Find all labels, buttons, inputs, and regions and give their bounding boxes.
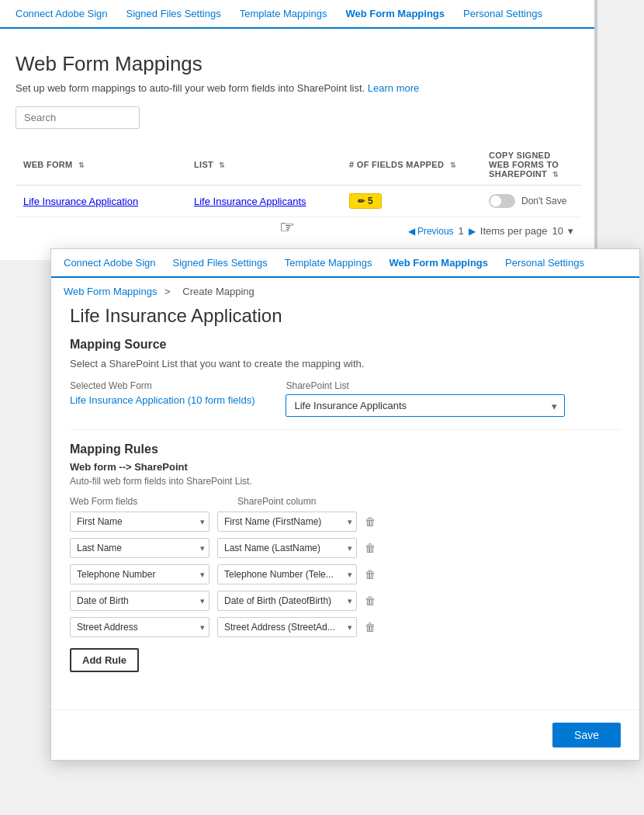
webform-field-select-5[interactable]: Street Address: [70, 617, 209, 637]
mapping-rules-title: Mapping Rules: [70, 442, 621, 456]
web-to-sp-label: Web form --> SharePoint: [70, 461, 621, 473]
save-button[interactable]: Save: [552, 723, 621, 747]
nav-web-form-mappings[interactable]: Web Form Mappings: [345, 8, 445, 19]
delete-rule-3[interactable]: 🗑: [365, 568, 376, 581]
rule-row-2: Last Name Last Name (LastName) 🗑: [70, 538, 621, 558]
webform-field-select-wrap-3[interactable]: Telephone Number: [70, 564, 209, 584]
modal-nav-signed-files[interactable]: Signed Files Settings: [173, 257, 268, 269]
divider-1: [70, 429, 621, 430]
sp-column-select-wrap-5[interactable]: Street Address (StreetAd...: [217, 617, 357, 637]
sharepoint-list-label: SharePoint List: [286, 380, 565, 391]
webform-field-select-4[interactable]: Date of Birth: [70, 591, 209, 611]
sp-column-select-2[interactable]: Last Name (LastName): [217, 538, 357, 558]
webform-field-select-wrap-5[interactable]: Street Address: [70, 617, 209, 637]
field-header-sp: SharePoint column: [237, 496, 393, 507]
fields-header: Web Form fields SharePoint column: [70, 496, 621, 507]
background-panel: Connect Adobe Sign Signed Files Settings…: [0, 0, 597, 260]
rule-row-4: Date of Birth Date of Birth (DateofBirth…: [70, 591, 621, 611]
modal-panel: Connect Adobe Sign Signed Files Settings…: [50, 248, 640, 761]
auto-fill-desc: Auto-fill web form fields into SharePoin…: [70, 476, 621, 487]
webform-field-select-wrap-1[interactable]: First Name: [70, 512, 209, 532]
search-input[interactable]: [16, 106, 140, 129]
rule-row-1: First Name First Name (FirstName) 🗑: [70, 512, 621, 532]
sp-column-select-wrap-1[interactable]: First Name (FirstName): [217, 512, 357, 532]
modal-form-title: Life Insurance Application: [70, 305, 621, 327]
web-form-value: Life Insurance Application (10 form fiel…: [70, 394, 254, 406]
fields-count-badge[interactable]: ✏ 5: [349, 193, 382, 209]
mapping-source-title: Mapping Source: [70, 338, 621, 352]
cursor-pointer: ☞: [279, 217, 295, 238]
page-title: Web Form Mappings: [16, 52, 581, 76]
sp-column-select-wrap-2[interactable]: Last Name (LastName): [217, 538, 357, 558]
breadcrumb-parent[interactable]: Web Form Mappings: [64, 286, 157, 297]
modal-nav-connect[interactable]: Connect Adobe Sign: [64, 257, 156, 269]
webform-link[interactable]: Life Insurance Application: [23, 196, 138, 207]
nav-personal-settings[interactable]: Personal Settings: [463, 8, 542, 19]
rule-row-3: Telephone Number Telephone Number (Tele.…: [70, 564, 621, 584]
sharepoint-list-select[interactable]: Life Insurance Applicants: [286, 394, 565, 417]
items-per-page-dropdown-icon[interactable]: ▾: [568, 225, 573, 237]
mapping-source-desc: Select a SharePoint List that you want t…: [70, 358, 621, 369]
rule-row-5: Street Address Street Address (StreetAd.…: [70, 617, 621, 637]
modal-footer: Save: [51, 709, 639, 760]
sp-column-select-3[interactable]: Telephone Number (Tele...: [217, 564, 357, 584]
modal-nav-web-form-mappings[interactable]: Web Form Mappings: [389, 257, 488, 269]
sp-column-select-5[interactable]: Street Address (StreetAd...: [217, 617, 357, 637]
sort-icon-webform: ⇅: [78, 161, 85, 169]
page-subtitle: Set up web form mappings to auto-fill yo…: [16, 82, 581, 94]
nav-template-mappings[interactable]: Template Mappings: [240, 8, 327, 19]
webform-field-select-wrap-4[interactable]: Date of Birth: [70, 591, 209, 611]
selected-web-form-label: Selected Web Form: [70, 380, 254, 391]
table-row: Life Insurance Application Life Insuranc…: [16, 186, 581, 217]
vertical-divider: [594, 0, 597, 248]
breadcrumb: Web Form Mappings > Create Mapping: [51, 278, 639, 297]
breadcrumb-current: Create Mapping: [182, 286, 254, 297]
pencil-icon: ✏: [358, 196, 365, 206]
sort-icon-copy: ⇅: [552, 171, 559, 179]
add-rule-button[interactable]: Add Rule: [70, 648, 139, 672]
webform-field-select-3[interactable]: Telephone Number: [70, 564, 209, 584]
prev-page[interactable]: ◀ Previous: [408, 226, 454, 237]
modal-nav-personal-settings[interactable]: Personal Settings: [505, 257, 584, 269]
modal-nav-template-mappings[interactable]: Template Mappings: [285, 257, 372, 269]
delete-rule-1[interactable]: 🗑: [365, 515, 376, 528]
webform-field-select-1[interactable]: First Name: [70, 512, 209, 532]
modal-nav: Connect Adobe Sign Signed Files Settings…: [51, 249, 639, 278]
learn-more-link[interactable]: Learn more: [368, 82, 419, 94]
mapping-source-fields: Selected Web Form Life Insurance Applica…: [70, 380, 621, 417]
nav-connect-adobe-sign[interactable]: Connect Adobe Sign: [16, 8, 108, 19]
delete-rule-2[interactable]: 🗑: [365, 542, 376, 554]
sort-icon-list: ⇅: [219, 161, 225, 169]
field-header-webform: Web Form fields: [70, 496, 225, 507]
list-link[interactable]: Life Insurance Applicants: [194, 196, 306, 207]
top-nav: Connect Adobe Sign Signed Files Settings…: [0, 0, 597, 29]
delete-rule-4[interactable]: 🗑: [365, 595, 376, 607]
sp-column-select-1[interactable]: First Name (FirstName): [217, 512, 357, 532]
webform-field-select-2[interactable]: Last Name: [70, 538, 209, 558]
pagination: ◀ Previous 1 ▶ Items per page 10 ▾: [16, 217, 581, 244]
next-page[interactable]: ▶: [469, 226, 476, 237]
sort-icon-fields: ⇅: [450, 161, 456, 169]
sp-column-select-4[interactable]: Date of Birth (DateofBirth): [217, 591, 357, 611]
sharepoint-list-select-wrap[interactable]: Life Insurance Applicants: [286, 394, 565, 417]
delete-rule-5[interactable]: 🗑: [365, 621, 376, 633]
sp-column-select-wrap-4[interactable]: Date of Birth (DateofBirth): [217, 591, 357, 611]
sp-column-select-wrap-3[interactable]: Telephone Number (Tele...: [217, 564, 357, 584]
nav-signed-files-settings[interactable]: Signed Files Settings: [126, 8, 221, 19]
webform-field-select-wrap-2[interactable]: Last Name: [70, 538, 209, 558]
copy-toggle[interactable]: [489, 194, 515, 208]
table-header: WEB FORM ⇅ LIST ⇅ # OF FIELDS MAPPED ⇅ C…: [16, 144, 581, 186]
